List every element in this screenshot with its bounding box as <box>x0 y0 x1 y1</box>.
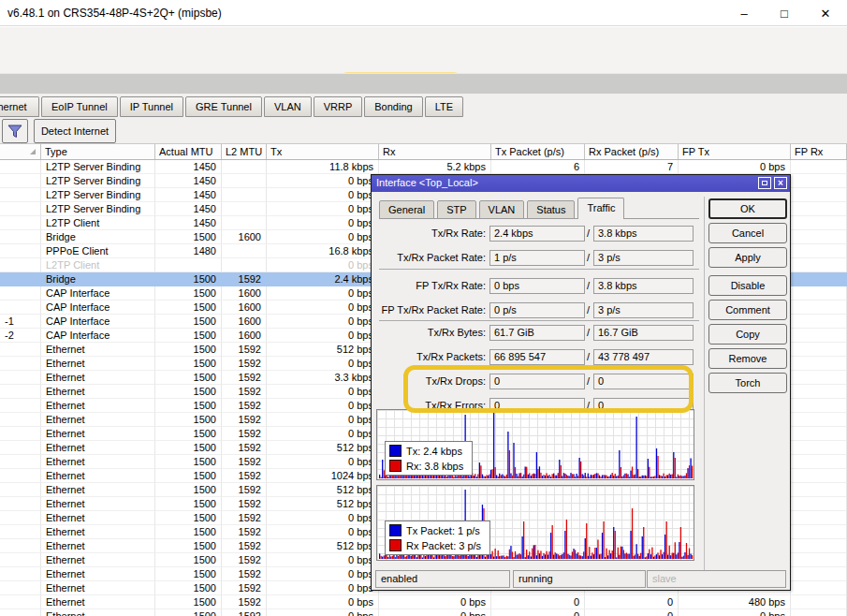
cell-flag <box>0 385 41 399</box>
disable-button[interactable]: Disable <box>708 275 787 296</box>
cell-flag <box>0 427 41 441</box>
cancel-button[interactable]: Cancel <box>708 223 787 243</box>
filter-button[interactable] <box>2 119 28 143</box>
cell-actual_mtu: 1500 <box>155 469 222 483</box>
cell-fp_rx <box>791 385 847 399</box>
packet-legend-entry: Tx Packet: 1 p/s <box>389 524 481 536</box>
tab-gre-tunnel[interactable]: GRE Tunnel <box>185 96 262 117</box>
field-value-tx[interactable]: 0 p/s <box>489 302 585 318</box>
cell-actual_mtu: 1500 <box>155 301 222 315</box>
field-value-tx[interactable]: 66 895 547 <box>489 349 585 365</box>
maximize-button[interactable]: □ <box>770 4 798 22</box>
cell-actual_mtu: 1500 <box>155 441 222 455</box>
table-row[interactable]: Ethernet150015920 bps0 bps000 bps <box>0 609 847 616</box>
cell-tx: 0 bps <box>267 427 379 441</box>
slash-separator: / <box>587 327 590 338</box>
field-value-rx[interactable]: 3 p/s <box>593 250 694 266</box>
minimize-button[interactable]: – <box>730 4 758 22</box>
cell-tx: 3.3 kbps <box>267 371 379 385</box>
column-header[interactable]: Tx <box>267 144 379 159</box>
column-header[interactable]: Type <box>41 144 155 159</box>
separator-line <box>379 269 699 270</box>
cell-l2_mtu <box>222 174 267 188</box>
table-row[interactable]: Ethernet150015920 bps0 bps00480 bps <box>0 595 847 609</box>
cell-flag <box>0 202 41 216</box>
cell-tx: 16.8 kbps <box>267 244 379 258</box>
cell-fp_rx <box>791 595 847 609</box>
cell-fp_rx <box>791 553 847 567</box>
tab-eoip-tunnel[interactable]: EoIP Tunnel <box>41 96 118 117</box>
field-value-tx[interactable]: 1 p/s <box>489 250 585 266</box>
cell-fp_rx <box>791 329 847 343</box>
dialog-restore-button[interactable] <box>758 177 771 189</box>
cell-actual_mtu: 1500 <box>155 230 222 244</box>
legend-label: Rx Packet: 3 p/s <box>406 540 481 551</box>
field-value-rx[interactable]: 3 p/s <box>593 302 694 318</box>
cell-fp_rx <box>791 343 847 357</box>
cell-tx: 0 bps <box>267 216 379 230</box>
tab-vrrp[interactable]: VRRP <box>314 96 363 117</box>
ok-button[interactable]: OK <box>708 198 787 219</box>
tab-vlan[interactable]: VLAN <box>264 96 312 117</box>
dialog-tab-status[interactable]: Status <box>527 200 575 219</box>
cell-type: Ethernet <box>41 343 155 357</box>
tab-lte[interactable]: LTE <box>425 96 463 117</box>
cell-type: Ethernet <box>41 553 155 567</box>
tab-ip-tunnel[interactable]: IP Tunnel <box>120 96 183 117</box>
column-header[interactable]: Rx Packet (p/s) <box>585 144 679 159</box>
dialog-tab-general[interactable]: General <box>379 200 434 219</box>
tab-bonding[interactable]: Bonding <box>364 96 422 117</box>
field-value-tx[interactable]: 2.4 kbps <box>489 226 585 242</box>
torch-button[interactable]: Torch <box>708 373 787 393</box>
detect-internet-button[interactable]: Detect Internet <box>34 119 116 143</box>
dialog-titlebar[interactable]: Interface <Top_Local> × <box>372 175 790 192</box>
cell-flag <box>0 399 41 413</box>
field-label: Tx/Rx Rate: <box>372 227 486 239</box>
column-header[interactable]: L2 MTU <box>222 144 267 159</box>
column-header[interactable] <box>0 144 41 159</box>
column-header[interactable]: Actual MTU <box>155 144 222 159</box>
column-header[interactable]: FP Tx <box>679 144 791 159</box>
cell-type: CAP Interface <box>41 286 155 301</box>
cell-l2_mtu: 1592 <box>222 385 267 399</box>
cell-flag <box>0 258 41 272</box>
remove-button[interactable]: Remove <box>708 348 787 369</box>
field-value-rx[interactable]: 0 <box>593 374 694 389</box>
cell-flag <box>0 441 41 455</box>
copy-button[interactable]: Copy <box>708 324 787 345</box>
funnel-icon <box>7 125 22 139</box>
table-row[interactable]: L2TP Server Binding145011.8 kbps5.2 kbps… <box>0 160 847 174</box>
field-value-rx[interactable]: 16.7 GiB <box>593 325 694 341</box>
dialog-tab-stp[interactable]: STP <box>437 200 475 219</box>
field-value-tx[interactable]: 0 <box>489 374 585 389</box>
cell-flag <box>0 244 41 258</box>
cell-l2_mtu: 1592 <box>222 272 267 286</box>
traffic-rate-graph: Tx: 2.4 kbpsRx: 3.8 kbps <box>376 409 694 480</box>
dialog-close-button[interactable]: × <box>774 177 787 189</box>
apply-button[interactable]: Apply <box>708 247 787 268</box>
field-value-rx[interactable]: 3.8 kbps <box>593 226 694 242</box>
slash-separator: / <box>587 304 590 315</box>
field-value-rx[interactable]: 43 778 497 <box>593 349 694 365</box>
cell-tx: 0 bps <box>267 230 379 244</box>
cell-tx: 512 bps <box>267 539 379 553</box>
cell-type: L2TP Server Binding <box>41 202 155 216</box>
dialog-tab-traffic[interactable]: Traffic <box>577 198 624 219</box>
field-value-tx[interactable]: 0 bps <box>489 278 585 294</box>
tab-ethernet[interactable]: Ethernet <box>0 96 39 117</box>
column-header[interactable]: FP Rx <box>791 144 847 159</box>
field-value-tx[interactable]: 61.7 GiB <box>489 325 585 341</box>
cell-fp_rx <box>791 216 847 230</box>
dialog-tab-vlan[interactable]: VLAN <box>479 200 525 219</box>
column-header[interactable]: Tx Packet (p/s) <box>491 144 585 159</box>
tab-label: Ethernet <box>0 97 27 116</box>
cell-type: L2TP Client <box>41 258 155 272</box>
comment-button[interactable]: Comment <box>708 300 787 320</box>
column-header[interactable]: Rx <box>379 144 491 159</box>
cell-l2_mtu: 1600 <box>222 315 267 329</box>
close-button[interactable]: ✕ <box>811 4 840 22</box>
cell-flag <box>0 595 41 609</box>
field-value-rx[interactable]: 3.8 kbps <box>593 278 694 294</box>
cell-type: Ethernet <box>41 483 155 497</box>
cell-fp_tx: 0 bps <box>679 609 791 616</box>
